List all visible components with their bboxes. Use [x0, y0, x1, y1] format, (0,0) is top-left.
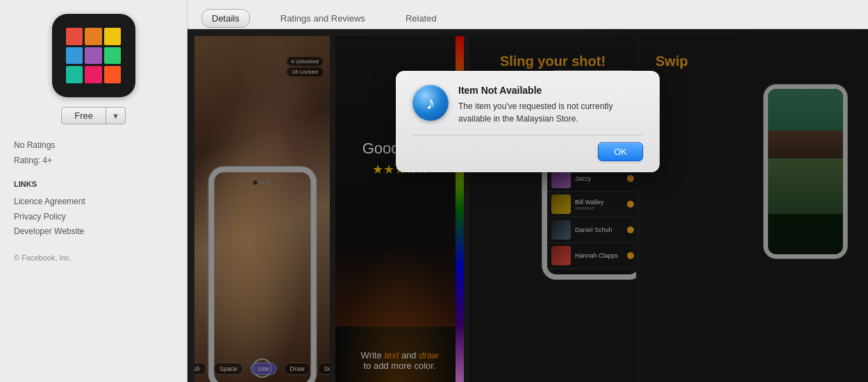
dropdown-arrow-icon[interactable]: ▼	[106, 109, 125, 123]
ok-button[interactable]: OK	[598, 142, 643, 161]
ratings-text: No Ratings	[14, 138, 173, 153]
dialog-header: ♪ Item Not Available The item you've req…	[412, 85, 643, 125]
links-section-title: LINKS	[14, 178, 173, 192]
app-icon-grid	[66, 28, 122, 83]
app-page: Free ▼ No Ratings Rating: 4+ LINKS Licen…	[0, 0, 868, 382]
main-content: Details Ratings and Reviews Related 4 Un…	[187, 0, 868, 382]
dialog-footer: OK	[412, 135, 643, 161]
developer-link[interactable]: Developer Website	[14, 224, 173, 240]
app-icon	[52, 14, 135, 97]
privacy-link[interactable]: Privacy Policy	[14, 210, 173, 225]
copyright-text: © Facebook, Inc.	[14, 254, 173, 262]
free-button[interactable]: Free ▼	[61, 107, 126, 124]
free-button-label: Free	[62, 108, 106, 124]
licence-link[interactable]: Licence Agreement	[14, 194, 173, 210]
itunes-icon: ♪	[412, 85, 449, 121]
tabs-bar: Details Ratings and Reviews Related	[187, 0, 868, 29]
dialog-title: Item Not Available	[458, 85, 643, 96]
screenshots-area: 4 Unlocked 16 Locked Fla	[187, 29, 868, 382]
tab-related[interactable]: Related	[396, 10, 446, 27]
sidebar-info: No Ratings Rating: 4+ LINKS Licence Agre…	[14, 138, 173, 240]
sidebar: Free ▼ No Ratings Rating: 4+ LINKS Licen…	[0, 0, 187, 382]
app-icon-wrapper	[14, 14, 173, 97]
music-note-icon: ♪	[426, 94, 435, 112]
dialog-title-area: Item Not Available The item you've reque…	[458, 85, 643, 125]
dialog-overlay: ♪ Item Not Available The item you've req…	[187, 29, 868, 382]
dialog-message: The item you've requested is not current…	[458, 100, 643, 125]
age-rating-text: Rating: 4+	[14, 153, 173, 169]
free-button-wrapper: Free ▼	[14, 107, 173, 124]
dialog-box: ♪ Item Not Available The item you've req…	[396, 71, 660, 172]
tab-details[interactable]: Details	[201, 9, 250, 28]
tab-ratings[interactable]: Ratings and Reviews	[271, 10, 375, 27]
